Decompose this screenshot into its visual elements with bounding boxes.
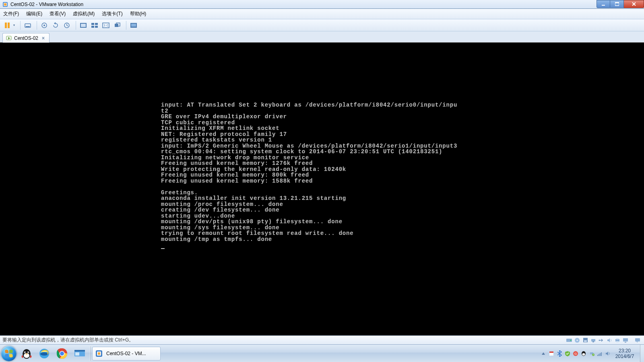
- pinned-chrome-icon[interactable]: [53, 345, 71, 362]
- svg-rect-66: [549, 352, 553, 353]
- menu-view[interactable]: 查看(V): [50, 10, 66, 17]
- taskbar-clock[interactable]: 23:20 2014/6/7: [612, 348, 640, 359]
- svg-marker-77: [606, 352, 608, 356]
- floppy-icon[interactable]: [582, 337, 588, 343]
- svg-marker-64: [542, 352, 545, 355]
- send-ctrlaltdel-icon[interactable]: [23, 21, 33, 30]
- svg-point-54: [40, 352, 48, 356]
- svg-rect-41: [616, 341, 619, 342]
- svg-point-30: [570, 339, 572, 341]
- thumbnail-view-icon[interactable]: [90, 21, 99, 30]
- svg-rect-75: [600, 353, 601, 356]
- svg-rect-19: [95, 23, 98, 25]
- start-button[interactable]: [0, 345, 18, 362]
- snapshot-manager-icon[interactable]: [62, 21, 72, 30]
- console-output: input: AT Translated Set 2 keyboard as /…: [161, 102, 457, 248]
- svg-rect-63: [98, 352, 100, 355]
- toolbar-separator: [76, 21, 76, 30]
- menu-edit[interactable]: 编辑(E): [26, 10, 42, 17]
- device-status-icons: [566, 337, 644, 343]
- svg-rect-2: [4, 3, 6, 6]
- tab-label: CentOS-02: [14, 35, 38, 41]
- show-desktop-button[interactable]: [640, 345, 644, 362]
- display-icon[interactable]: [622, 337, 629, 343]
- show-console-icon[interactable]: [78, 21, 88, 30]
- menu-help[interactable]: 帮助(H): [130, 10, 147, 17]
- toolbar-separator: [126, 21, 126, 30]
- taskbar-vmware-button[interactable]: CentOS-02 - VM...: [92, 347, 161, 360]
- svg-marker-45: [636, 341, 638, 343]
- svg-rect-20: [91, 26, 94, 28]
- svg-rect-26: [131, 24, 136, 27]
- svg-rect-44: [635, 338, 640, 341]
- menu-tabs[interactable]: 选项卡(T): [102, 10, 122, 17]
- svg-rect-74: [599, 354, 599, 356]
- svg-point-50: [25, 352, 26, 353]
- svg-rect-76: [601, 352, 602, 356]
- svg-marker-38: [607, 338, 610, 342]
- tray-qq-icon[interactable]: [580, 345, 588, 362]
- pinned-qq-icon[interactable]: [18, 345, 35, 362]
- vm-console[interactable]: input: AT Translated Set 2 keyboard as /…: [0, 43, 644, 335]
- power-icon[interactable]: [2, 21, 12, 30]
- svg-rect-11: [26, 26, 30, 27]
- title-bar: CentOS-02 - VMware Workstation: [0, 0, 644, 9]
- printer-icon[interactable]: [614, 337, 621, 343]
- stretch-guest-icon[interactable]: [101, 21, 111, 30]
- snapshot-take-icon[interactable]: [39, 21, 49, 30]
- menu-bar: 文件(F) 编辑(E) 查看(V) 虚拟机(M) 选项卡(T) 帮助(H): [0, 9, 644, 19]
- system-tray: G 23:20 2014/6/7: [539, 345, 644, 362]
- svg-rect-22: [103, 23, 109, 28]
- tab-centos-02[interactable]: CentOS-02 ×: [2, 33, 50, 43]
- window-minimize-button[interactable]: [597, 0, 610, 8]
- power-dropdown-icon[interactable]: ▾: [12, 23, 16, 27]
- toolbar-separator: [37, 21, 37, 30]
- tray-security-icon[interactable]: [564, 345, 572, 362]
- task-divider: [90, 346, 90, 361]
- svg-rect-73: [597, 355, 598, 356]
- usb-icon[interactable]: [598, 337, 605, 343]
- menu-vm[interactable]: 虚拟机(M): [73, 10, 95, 17]
- svg-rect-9: [8, 23, 10, 28]
- svg-text:G: G: [574, 352, 577, 356]
- messages-icon[interactable]: [634, 337, 641, 343]
- vmware-task-icon: [95, 350, 103, 358]
- harddisk-icon[interactable]: [566, 337, 572, 343]
- network-adapter-icon[interactable]: [590, 337, 597, 343]
- snapshot-revert-icon[interactable]: [51, 21, 60, 30]
- vmware-status-bar: 要将输入定向到该虚拟机，请在虚拟机内部单击或按 Ctrl+G。: [0, 335, 644, 344]
- soundcard-icon[interactable]: [606, 337, 613, 343]
- svg-point-57: [60, 352, 64, 356]
- window-close-button[interactable]: [624, 0, 644, 8]
- svg-rect-59: [74, 350, 85, 352]
- vmware-app-icon: [2, 2, 8, 7]
- tab-strip: CentOS-02 ×: [0, 31, 644, 43]
- svg-rect-5: [615, 2, 619, 3]
- unity-icon[interactable]: [112, 21, 122, 30]
- tray-app-1-icon[interactable]: G: [572, 345, 580, 362]
- tab-close-icon[interactable]: ×: [41, 35, 46, 41]
- window-maximize-button[interactable]: [610, 0, 624, 8]
- svg-rect-8: [5, 23, 7, 28]
- pinned-ie-icon[interactable]: [35, 345, 53, 362]
- clock-time: 23:20: [612, 348, 638, 354]
- svg-rect-60: [75, 352, 79, 356]
- svg-marker-14: [54, 22, 56, 25]
- menu-file[interactable]: 文件(F): [3, 10, 19, 17]
- tray-network-bars-icon[interactable]: [596, 345, 604, 362]
- svg-rect-34: [584, 340, 587, 342]
- svg-point-32: [577, 339, 578, 341]
- tray-volume-icon[interactable]: [604, 345, 612, 362]
- cdrom-icon[interactable]: [574, 337, 580, 343]
- tray-safely-remove-icon[interactable]: [588, 345, 596, 362]
- taskbar-button-label: CentOS-02 - VM...: [106, 351, 146, 356]
- fullscreen-icon[interactable]: [129, 21, 138, 30]
- tray-bluetooth-icon[interactable]: [555, 345, 564, 362]
- pinned-explorer-icon[interactable]: [71, 345, 89, 362]
- tray-show-hidden-icon[interactable]: [539, 345, 547, 362]
- svg-rect-40: [616, 338, 619, 339]
- tray-action-center-icon[interactable]: [547, 345, 555, 362]
- svg-point-37: [599, 339, 600, 341]
- window-title: CentOS-02 - VMware Workstation: [10, 2, 83, 7]
- svg-rect-35: [591, 339, 595, 341]
